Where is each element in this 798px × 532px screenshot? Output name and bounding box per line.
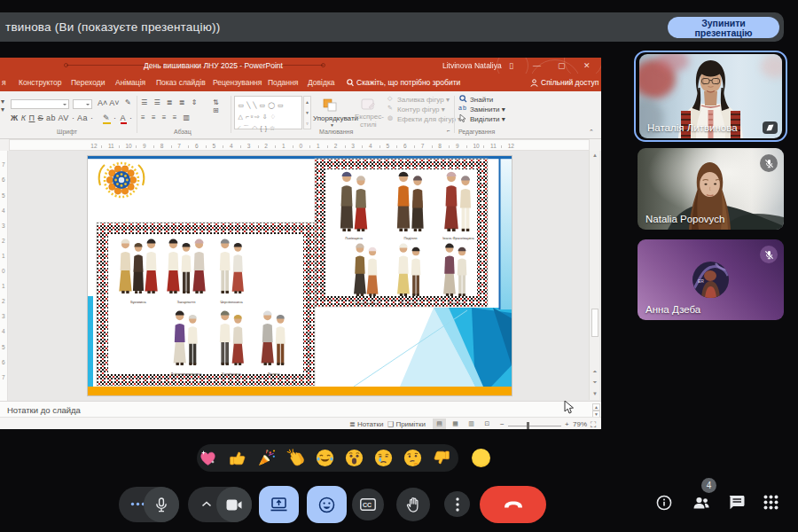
grow-shrink-font-icons[interactable]: A˄ A˅	[98, 98, 120, 107]
next-slide-icon[interactable]: ⏷	[591, 379, 599, 386]
thumbs-down-emoji[interactable]	[433, 449, 451, 467]
scroll-up-icon[interactable]: ▲	[591, 153, 599, 158]
font-color-button[interactable]: А	[121, 113, 127, 124]
skin-tone-picker-button[interactable]	[472, 449, 490, 467]
clear-format-icon[interactable]: ✎	[125, 98, 131, 106]
drawing-dialog-launcher[interactable]: ⌐	[447, 128, 451, 133]
zoom-in-button[interactable]: +	[565, 420, 569, 428]
shapes-gallery[interactable]: ▭╲╲▭◯▭ △⌐ͧ⇨⇩♢ ◜⌒◠{}☆	[234, 96, 302, 129]
notes-scroll-up-icon[interactable]: ▲	[592, 403, 600, 411]
ribbon-separator	[137, 96, 137, 133]
font-color-icons[interactable]: ✎ · А ·	[103, 113, 133, 122]
reading-view-button[interactable]: ▥	[465, 419, 478, 429]
activities-grid-icon[interactable]	[763, 495, 778, 510]
find-button[interactable]: Знайти	[470, 96, 493, 104]
quick-styles-button-line2[interactable]: стилі	[360, 121, 377, 129]
reactions-button[interactable]	[307, 486, 347, 523]
vertical-ruler[interactable]: 765432101234567	[0, 151, 8, 401]
microphone-button[interactable]	[144, 487, 179, 522]
camera-button[interactable]	[216, 487, 252, 522]
shape-glyph: ◠	[252, 124, 257, 132]
underline-button[interactable]: П	[28, 113, 35, 122]
align-icons[interactable]: ≡ ≡ ≡ ≡ ▥	[141, 113, 192, 121]
change-case-button[interactable]: Aa	[77, 113, 88, 122]
thumbs-up-emoji[interactable]	[228, 449, 246, 467]
zoom-slider[interactable]	[508, 426, 561, 426]
notes-pane[interactable]: Нотатки до слайда ▲ ▼	[0, 401, 601, 417]
notes-toggle[interactable]: ≣ Нотатки	[349, 420, 383, 428]
slide-sorter-view-button[interactable]: ▦	[449, 419, 462, 429]
minimize-icon[interactable]: —	[533, 61, 541, 70]
text-direction-icons[interactable]: ⇅⊞	[213, 98, 220, 114]
microphone-button-group[interactable]	[119, 487, 179, 522]
party-popper-emoji[interactable]	[257, 449, 276, 467]
crying-face-emoji[interactable]	[374, 449, 393, 467]
camera-options-chevron-icon[interactable]	[201, 501, 212, 507]
face-with-tears-of-joy-emoji[interactable]	[316, 449, 334, 467]
subscript-button[interactable]: ab	[46, 113, 56, 122]
tab-transitions[interactable]: Переходи	[71, 78, 106, 87]
shape-effects-button[interactable]: Ефекти для фігур ▾	[397, 115, 461, 123]
present-screen-button[interactable]	[259, 486, 299, 523]
tab-review[interactable]: Рецензування	[213, 78, 262, 87]
shape-fill-button[interactable]: Заливка фігур ▾	[397, 96, 450, 104]
tab-slideshow[interactable]: Показ слайдів	[156, 78, 206, 87]
quick-styles-button[interactable]: Експрес-	[355, 113, 384, 121]
more-options-button[interactable]	[444, 491, 470, 517]
participant-tile-anna-dzeba[interactable]: ER Анна Дзеба	[638, 239, 784, 320]
tab-help[interactable]: Довідка	[308, 78, 335, 87]
horizontal-ruler[interactable]: 1211109876543210123456789101112	[9, 139, 590, 151]
maximize-icon[interactable]: ▢	[558, 61, 566, 70]
zoom-out-button[interactable]: −	[500, 420, 505, 428]
list-indent-icons[interactable]: ☰ ☰ ≣ ≣ ⇕	[141, 98, 200, 106]
zoom-slider-thumb[interactable]	[527, 422, 529, 429]
font-name-combo[interactable]	[11, 99, 69, 109]
shapes-gallery-scroll[interactable]: ▲▼▿	[303, 96, 311, 129]
stop-presenting-button[interactable]: Зупинити презентацію	[668, 17, 779, 38]
end-call-button[interactable]	[480, 486, 546, 523]
highlight-button[interactable]: ✎	[103, 113, 111, 124]
shape-outline-button[interactable]: Контур фігур ▾	[397, 106, 445, 113]
share-button[interactable]: Спільний доступ	[541, 78, 598, 87]
thinking-face-emoji[interactable]	[403, 449, 422, 467]
meeting-details-icon[interactable]	[656, 495, 672, 511]
surprised-face-emoji[interactable]	[345, 449, 364, 467]
slide-scrollbar[interactable]: ▲ ⏶ ⏷ ▼	[589, 151, 599, 400]
scroll-down-icon[interactable]: ▼	[591, 391, 599, 396]
captions-button[interactable]: CC	[352, 489, 384, 520]
tab-design[interactable]: Конструктор	[19, 78, 61, 87]
arrange-button[interactable]: Упорядкувати	[313, 114, 358, 122]
sparkling-heart-emoji[interactable]	[199, 449, 217, 467]
comments-toggle[interactable]: ❑ Примітки	[387, 420, 426, 428]
strikethrough-button[interactable]: S	[37, 113, 43, 122]
people-icon[interactable]	[692, 495, 710, 511]
slide-canvas[interactable]: Буковина Закарпаття Чернівеччина Дніпроп…	[88, 156, 512, 395]
italic-button[interactable]: К	[21, 113, 27, 122]
close-icon[interactable]: ✕	[583, 61, 591, 70]
chat-icon[interactable]	[728, 494, 745, 511]
font-size-combo[interactable]	[73, 99, 92, 109]
scrollbar-thumb[interactable]	[591, 309, 598, 337]
powerpoint-titlebar[interactable]: День вишиванки ЛНУ 2025 - PowerPoint Lit…	[0, 58, 601, 74]
slideshow-view-button[interactable]: ⊡	[481, 419, 494, 429]
font-style-icons[interactable]: Ж К П S ab AV · Aa ·	[11, 113, 93, 122]
camera-button-group[interactable]	[188, 487, 252, 522]
tab-cut[interactable]: я	[2, 78, 6, 87]
raise-hand-button[interactable]	[396, 488, 430, 521]
participant-tile-natalia-popovych[interactable]: Natalia Popovych	[638, 148, 784, 230]
tell-me-search-box[interactable]: Скажіть, що потрібно зробити	[356, 78, 460, 87]
zoom-level[interactable]: 79%	[573, 420, 587, 428]
collapse-ribbon-icon[interactable]: ⌃	[589, 129, 595, 136]
fit-to-window-icon[interactable]: ⛶	[591, 420, 596, 429]
normal-view-button[interactable]: ▤	[433, 419, 446, 429]
tab-animations[interactable]: Анімація	[115, 78, 145, 87]
previous-slide-icon[interactable]: ⏶	[591, 369, 599, 375]
bold-button[interactable]: Ж	[11, 113, 19, 122]
tab-view[interactable]: Подання	[268, 78, 298, 87]
replace-button[interactable]: Замінити ▾	[470, 106, 505, 113]
ribbon-display-options-icon[interactable]: ▯	[509, 61, 513, 70]
participant-tile-natalia-lytvynova[interactable]: Наталія Литвинова	[639, 54, 782, 138]
select-button[interactable]: Виділити ▾	[470, 115, 505, 123]
clapping-hands-emoji[interactable]	[286, 449, 305, 467]
char-spacing-button[interactable]: AV	[59, 113, 69, 122]
